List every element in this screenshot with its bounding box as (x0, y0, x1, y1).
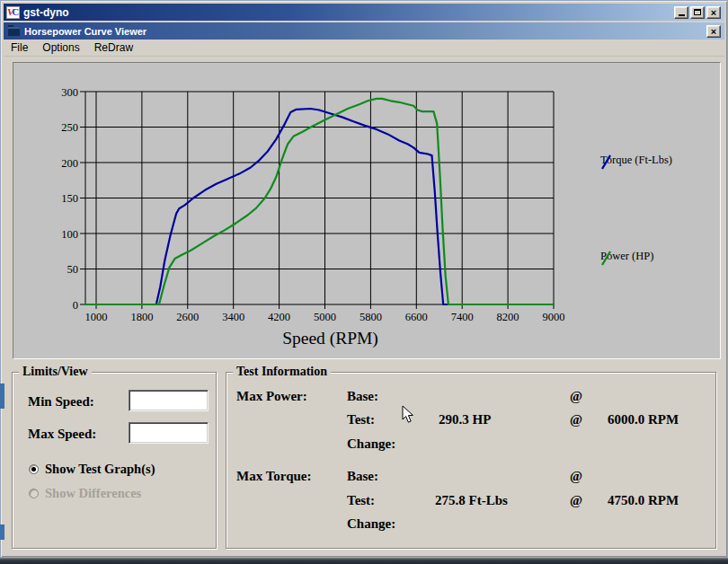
taskbar-edge[interactable] (0, 558, 728, 564)
child-title-bar[interactable]: Horsepower Curve Viewer × (4, 22, 724, 40)
limits-view-title: Limits/View (19, 365, 92, 379)
legend-item-torque: Torque (Ft-Lbs) (600, 154, 672, 167)
max-power-change-label: Change: (347, 436, 395, 452)
svg-text:5000: 5000 (314, 311, 336, 323)
max-torque-test-value: 275.8 Ft-Lbs (435, 493, 508, 508)
background-window-edge (0, 524, 4, 540)
svg-text:Speed (RPM): Speed (RPM) (282, 329, 378, 348)
chart-panel: 0501001502002503001000180026003400420050… (13, 62, 721, 359)
svg-text:2600: 2600 (176, 311, 199, 323)
svg-text:150: 150 (61, 192, 78, 205)
minimize-button[interactable] (674, 6, 688, 19)
vc-app-icon: VC (6, 6, 20, 19)
svg-text:8200: 8200 (497, 311, 519, 323)
menu-redraw[interactable]: ReDraw (87, 40, 140, 56)
max-torque-change-label: Change: (347, 516, 395, 532)
max-speed-label: Max Speed: (28, 427, 96, 442)
svg-text:4200: 4200 (268, 311, 290, 323)
max-power-param: Max Power: (236, 389, 307, 404)
svg-text:0: 0 (73, 299, 78, 312)
min-speed-input[interactable] (129, 390, 209, 411)
svg-text:5800: 5800 (360, 311, 382, 323)
menu-bar: File Options ReDraw (4, 40, 724, 57)
max-power-test-at: @ (570, 412, 582, 427)
svg-text:3400: 3400 (222, 311, 244, 323)
close-icon: × (711, 8, 716, 17)
child-close-button[interactable]: × (706, 25, 721, 38)
svg-text:50: 50 (67, 263, 79, 276)
legend-item-power: Power (HP) (600, 250, 653, 263)
max-torque-base-at: @ (570, 469, 582, 484)
dyno-chart: 0501001502002503001000180026003400420050… (13, 63, 720, 358)
svg-text:9000: 9000 (543, 311, 565, 323)
child-window-controls: × (706, 25, 724, 38)
close-icon: × (711, 27, 716, 36)
menu-options[interactable]: Options (35, 40, 86, 56)
window-controls: × (674, 6, 724, 19)
radio-show-test-graphs[interactable]: Show Test Graph(s) (29, 462, 155, 477)
power-line-swatch-icon (600, 250, 612, 267)
svg-text:6600: 6600 (405, 311, 428, 323)
max-power-test-rpm: 6000.0 RPM (608, 412, 679, 427)
radio-button-icon (29, 489, 39, 498)
maximize-icon (694, 9, 701, 15)
window-title: gst-dyno (23, 6, 69, 19)
test-info-title: Test Information (233, 365, 331, 379)
svg-text:100: 100 (61, 228, 78, 241)
svg-text:300: 300 (61, 86, 78, 99)
svg-text:7400: 7400 (451, 311, 474, 323)
svg-text:200: 200 (61, 157, 78, 170)
child-window-icon (8, 27, 20, 36)
max-speed-input[interactable] (129, 422, 209, 444)
svg-text:1000: 1000 (85, 311, 108, 323)
close-button[interactable]: × (706, 6, 721, 19)
radio-show-differences: Show Differences (29, 486, 141, 501)
torque-line-swatch-icon (600, 154, 612, 171)
minimize-icon (679, 14, 685, 16)
max-power-base-at: @ (570, 389, 582, 404)
max-torque-base-label: Base: (347, 469, 378, 484)
max-power-test-value: 290.3 HP (439, 412, 491, 427)
background-window-edge (0, 383, 4, 409)
max-power-base-label: Base: (347, 389, 378, 404)
min-speed-label: Min Speed: (28, 394, 94, 410)
app-window: VC gst-dyno × Horsepower Curve Viewer × … (0, 0, 728, 558)
svg-text:1800: 1800 (130, 311, 153, 323)
max-power-test-label: Test: (347, 412, 375, 427)
svg-text:250: 250 (61, 121, 78, 134)
menu-file[interactable]: File (4, 40, 35, 56)
title-bar[interactable]: VC gst-dyno × (4, 4, 724, 21)
radio-button-icon (29, 464, 39, 474)
max-torque-test-at: @ (570, 493, 582, 508)
max-torque-test-label: Test: (347, 493, 375, 508)
child-window-title: Horsepower Curve Viewer (24, 26, 146, 37)
max-torque-test-rpm: 4750.0 RPM (608, 493, 679, 508)
max-torque-param: Max Torque: (236, 469, 312, 484)
maximize-button[interactable] (690, 6, 705, 19)
